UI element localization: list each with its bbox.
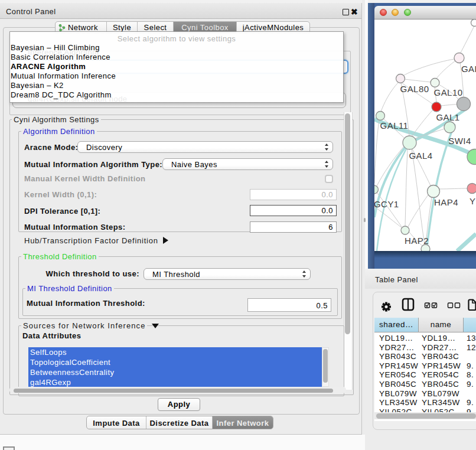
svg-text:GAL1: GAL1 xyxy=(436,112,459,122)
svg-text:HAP2: HAP2 xyxy=(405,236,429,246)
svg-text:HAP4: HAP4 xyxy=(434,197,458,207)
svg-text:GAL4: GAL4 xyxy=(409,151,432,161)
svg-text:GAL80: GAL80 xyxy=(400,84,429,94)
svg-text:GAL2: GAL2 xyxy=(461,64,476,74)
svg-text:SWI4: SWI4 xyxy=(448,136,471,146)
svg-text:GCY1: GCY1 xyxy=(374,199,399,209)
svg-text:GAL10: GAL10 xyxy=(434,87,463,97)
svg-text:GAL11: GAL11 xyxy=(380,120,409,131)
svg-text:Y: Y xyxy=(470,196,475,206)
